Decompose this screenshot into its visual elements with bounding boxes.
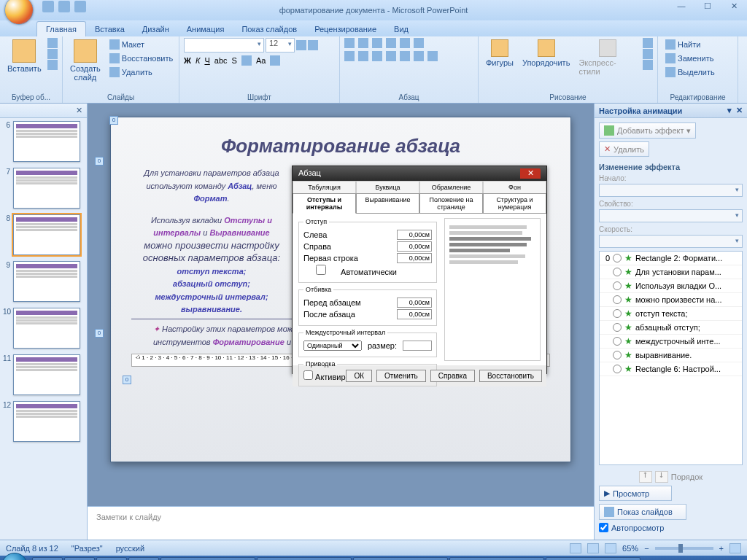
autopreview-checkbox[interactable]: Автопросмотр [599,523,743,532]
redo-icon[interactable] [74,1,86,12]
shadow-button[interactable]: S [232,56,237,65]
tab-view[interactable]: Вид [385,22,417,36]
anim-item-2[interactable]: ★Используя вкладки О... [600,279,742,293]
line-mode-select[interactable]: Одинарный [303,341,362,351]
select-button[interactable]: Выделить [662,66,718,79]
slide-thumbnail-9[interactable] [13,261,80,302]
slide-canvas[interactable]: 0 0 0 0 Форматирование абзаца Для устано… [110,117,571,462]
reorder-up-button[interactable]: 🠕 [639,471,652,483]
align-right-icon[interactable] [372,51,382,61]
dlg-tab-bg[interactable]: Фон [483,181,546,193]
indent-auto-checkbox[interactable] [303,265,338,275]
slide-thumbnail-6[interactable] [13,121,80,162]
quick-launch-1[interactable] [32,557,63,560]
quick-launch-3[interactable] [96,557,127,560]
anim-pane-close-icon[interactable]: ✕ [736,106,743,114]
slide-thumbnail-11[interactable] [13,354,80,395]
undo-icon[interactable] [58,1,70,12]
indent-dec-icon[interactable] [372,38,382,48]
quick-launch-4[interactable] [128,557,159,560]
dlg-tab-tabulation[interactable]: Табуляция [293,181,356,193]
dlg-tab-align[interactable]: Выравнивание [356,193,419,214]
zoom-in-button[interactable]: + [719,544,724,553]
reorder-down-button[interactable]: 🠗 [655,471,668,483]
zoom-out-button[interactable]: − [644,544,649,553]
cut-icon[interactable] [47,38,58,48]
slideshow-view-button[interactable] [605,543,616,553]
minimize-button[interactable]: — [673,1,690,15]
dialog-reset-button[interactable]: Восстановить [479,370,542,382]
sorter-view-button[interactable] [587,543,599,553]
indent-right-input[interactable] [397,241,432,252]
tab-slideshow[interactable]: Показ слайдов [233,22,306,36]
text-direction-icon[interactable] [414,38,424,48]
indent-first-input[interactable] [397,253,432,263]
shapes-button[interactable]: Фигуры [483,38,516,69]
font-size-dropdown[interactable]: 12 [266,38,295,52]
anim-item-0[interactable]: 0★Rectangle 2: Формати... [600,252,742,265]
maximize-button[interactable]: ☐ [699,1,716,15]
slide-thumbnail-10[interactable] [13,308,80,349]
anim-item-4[interactable]: ★отступ текста; [600,307,742,321]
shape-fill-icon[interactable] [643,38,653,48]
line-size-input[interactable] [403,341,432,351]
new-slide-button[interactable]: Создать слайд [67,38,104,83]
find-button[interactable]: Найти [662,38,703,51]
slide-thumbnail-8[interactable] [13,214,80,255]
replace-button[interactable]: Заменить [662,52,716,65]
copy-icon[interactable] [47,49,58,59]
arrange-button[interactable]: Упорядочить [519,38,573,69]
register-activate-checkbox[interactable] [303,370,313,380]
dlg-tab-numbering[interactable]: Структура и нумерация [483,193,546,214]
property-dropdown[interactable] [599,209,743,222]
numbering-icon[interactable] [358,38,368,48]
indent-left-input[interactable] [397,230,432,240]
align-text-icon[interactable] [414,51,424,61]
status-language[interactable]: русский [116,544,144,553]
tab-insert[interactable]: Вставка [86,22,133,36]
tab-animation[interactable]: Анимация [178,22,233,36]
char-spacing-icon[interactable] [241,55,252,66]
paste-button[interactable]: Вставить [4,38,44,74]
tab-home[interactable]: Главная [36,21,86,36]
line-spacing-icon[interactable] [400,38,410,48]
dialog-ok-button[interactable]: ОК [346,370,372,382]
zoom-slider[interactable] [655,547,713,550]
align-left-icon[interactable] [344,51,355,61]
normal-view-button[interactable] [570,543,581,553]
strike-button[interactable]: abc [214,56,228,65]
format-painter-icon[interactable] [47,60,58,70]
delete-slide-button[interactable]: Удалить [107,66,176,79]
dlg-tab-indent[interactable]: Отступы и интервалы [293,193,356,214]
taskbar-app-2[interactable]: Документ2 - Mic... [353,557,448,560]
taskbar-app-0[interactable]: форматировани... [160,557,255,560]
quick-styles-button[interactable]: Экспресс-стили [576,38,640,77]
change-case-button[interactable]: Aa [256,56,266,65]
thumbnails-close-icon[interactable]: ✕ [76,106,82,115]
space-after-input[interactable] [397,309,432,319]
dialog-cancel-button[interactable]: Отменить [376,370,426,382]
align-center-icon[interactable] [358,51,368,61]
anim-item-6[interactable]: ★междустрочный инте... [600,335,742,349]
columns-icon[interactable] [400,51,410,61]
bullets-icon[interactable] [344,38,355,48]
tab-review[interactable]: Рецензирование [306,22,385,36]
font-color-icon[interactable] [270,55,280,66]
speed-dropdown[interactable] [599,235,743,248]
font-family-dropdown[interactable] [184,38,264,52]
slideshow-button[interactable]: Показ слайдов [599,504,686,520]
anim-pane-dropdown-icon[interactable]: ▾ [727,106,732,114]
slide-thumbnail-7[interactable] [13,168,80,209]
close-button[interactable]: ✕ [725,1,743,15]
justify-icon[interactable] [386,51,396,61]
dialog-close-icon[interactable]: ✕ [520,168,541,179]
shape-outline-icon[interactable] [643,49,653,59]
taskbar-app-3[interactable]: Без имени 1 - Op... [449,557,544,560]
reset-button[interactable]: Восстановить [107,52,176,65]
start-dropdown[interactable] [599,184,743,197]
anim-item-5[interactable]: ★абзацный отступ; [600,321,742,335]
italic-button[interactable]: К [196,56,200,65]
add-effect-button[interactable]: Добавить эффект ▾ [599,122,696,139]
anim-item-1[interactable]: ★Для установки парам... [600,265,742,279]
anim-item-3[interactable]: ★можно произвести на... [600,293,742,307]
